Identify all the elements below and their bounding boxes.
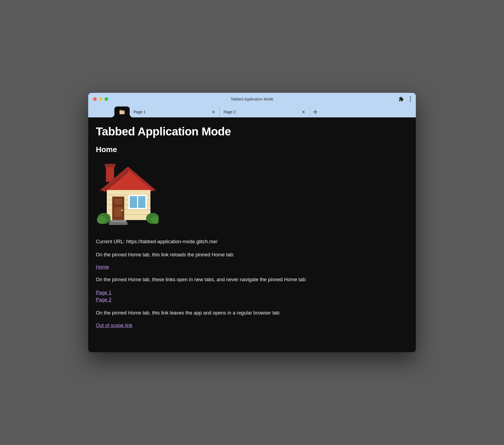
- current-url-label: Current URL:: [96, 239, 126, 244]
- traffic-lights: [93, 97, 108, 101]
- titlebar-top: Tabbed Application Mode: [88, 93, 416, 105]
- tab-page-2[interactable]: Page 2 ✕: [220, 106, 310, 117]
- folder-icon: [119, 109, 125, 115]
- link-page-1[interactable]: Page 1: [96, 289, 408, 296]
- window-title: Tabbed Application Mode: [88, 97, 416, 101]
- fullscreen-window-button[interactable]: [105, 97, 108, 101]
- svg-rect-18: [109, 222, 128, 225]
- current-url-line: Current URL: https://tabbed-application-…: [96, 238, 408, 245]
- tab-label: Page 2: [224, 110, 301, 114]
- app-window: Tabbed Application Mode: [88, 93, 416, 352]
- svg-point-20: [97, 216, 106, 224]
- svg-rect-13: [114, 206, 123, 217]
- new-tab-button[interactable]: [310, 106, 321, 117]
- close-tab-icon[interactable]: ✕: [301, 109, 306, 114]
- svg-rect-1: [105, 164, 115, 167]
- tab-page-1[interactable]: Page 1 ✕: [130, 106, 220, 117]
- current-url-value: https://tabbed-application-mode.glitch.m…: [126, 239, 217, 244]
- paragraph-newtab: On the pinned Home tab, these links open…: [96, 276, 408, 283]
- tab-label: Page 1: [134, 110, 211, 114]
- link-out-of-scope[interactable]: Out of scope link: [96, 323, 132, 328]
- svg-point-14: [121, 209, 123, 211]
- svg-rect-12: [114, 198, 123, 205]
- extensions-icon[interactable]: [399, 96, 404, 102]
- link-home[interactable]: Home: [96, 264, 109, 270]
- titlebar-actions: [399, 95, 412, 103]
- page-content: Tabbed Application Mode Home: [88, 117, 416, 352]
- page-subtitle: Home: [96, 145, 408, 154]
- pinned-home-tab[interactable]: [114, 106, 130, 117]
- minimize-window-button[interactable]: [99, 97, 102, 101]
- close-window-button[interactable]: [93, 97, 97, 101]
- close-tab-icon[interactable]: ✕: [211, 109, 216, 114]
- house-icon: [96, 161, 408, 226]
- plus-icon: [313, 109, 318, 114]
- tabbar: Page 1 ✕ Page 2 ✕: [88, 105, 416, 117]
- titlebar: Tabbed Application Mode: [88, 93, 416, 117]
- page-title: Tabbed Application Mode: [96, 125, 408, 138]
- kebab-menu-icon[interactable]: [409, 95, 412, 103]
- paragraph-outscope: On the pinned Home tab, this link leaves…: [96, 309, 408, 316]
- paragraph-reload: On the pinned Home tab, this link reload…: [96, 251, 408, 258]
- link-page-2[interactable]: Page 2: [96, 296, 408, 303]
